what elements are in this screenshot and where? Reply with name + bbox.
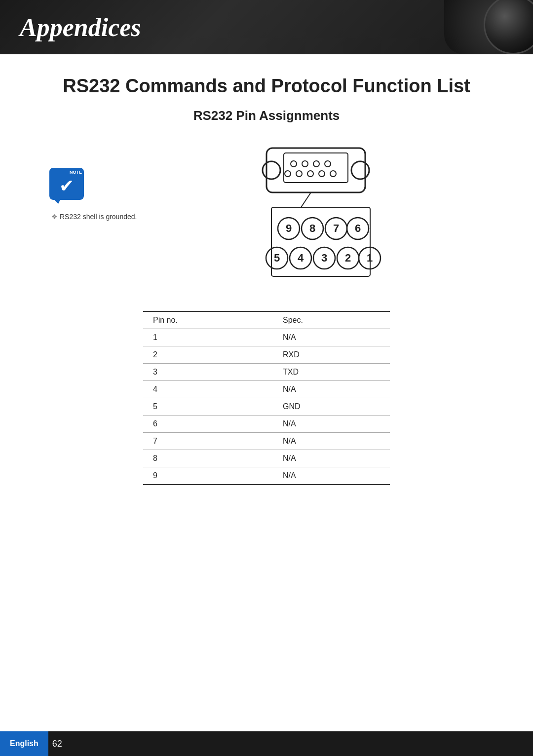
pin-spec-cell: RXD: [273, 346, 390, 364]
svg-point-11: [319, 171, 325, 177]
table-row: 4N/A: [143, 381, 390, 398]
svg-point-4: [291, 161, 297, 167]
svg-text:9: 9: [286, 222, 292, 234]
connector-diagram: 9 8 7 6 5 4 3: [138, 138, 494, 296]
pin-spec-cell: N/A: [273, 416, 390, 433]
page-title: RS232 Commands and Protocol Function Lis…: [39, 74, 494, 98]
svg-point-1: [263, 161, 280, 179]
svg-rect-0: [266, 148, 365, 192]
table-row: 6N/A: [143, 416, 390, 433]
header-decoration: [444, 0, 533, 54]
pin-spec-cell: N/A: [273, 329, 390, 346]
page-header: Appendices: [0, 0, 533, 54]
svg-rect-3: [284, 153, 348, 183]
connector-svg: 9 8 7 6 5 4 3: [232, 138, 400, 296]
svg-point-5: [302, 161, 308, 167]
pin-number-cell: 1: [143, 329, 273, 346]
pin-spec-cell: N/A: [273, 467, 390, 485]
pin-number-cell: 2: [143, 346, 273, 364]
svg-point-6: [313, 161, 319, 167]
checkmark-icon: ✔: [59, 176, 74, 196]
col-header-pin: Pin no.: [143, 311, 273, 329]
note-label: NOTE: [70, 170, 82, 175]
table-row: 5GND: [143, 398, 390, 416]
pin-number-cell: 5: [143, 398, 273, 416]
pin-spec-cell: N/A: [273, 381, 390, 398]
svg-point-8: [285, 171, 291, 177]
svg-text:1: 1: [367, 252, 373, 264]
main-content: RS232 Commands and Protocol Function Lis…: [0, 54, 533, 505]
table-row: 7N/A: [143, 433, 390, 450]
svg-point-10: [307, 171, 313, 177]
page-number: 62: [52, 739, 62, 749]
svg-text:5: 5: [274, 252, 280, 264]
col-header-spec: Spec.: [273, 311, 390, 329]
pin-spec-cell: N/A: [273, 433, 390, 450]
svg-text:7: 7: [333, 222, 339, 234]
svg-line-13: [301, 192, 311, 207]
pin-spec-cell: TXD: [273, 364, 390, 381]
pin-table-wrapper: Pin no. Spec. 1N/A2RXD3TXD4N/A5GND6N/A7N…: [39, 311, 494, 485]
svg-text:8: 8: [309, 222, 315, 234]
pin-number-cell: 3: [143, 364, 273, 381]
table-row: 3TXD: [143, 364, 390, 381]
table-row: 9N/A: [143, 467, 390, 485]
svg-text:6: 6: [355, 222, 361, 234]
page-footer: English 62: [0, 731, 533, 756]
pin-table: Pin no. Spec. 1N/A2RXD3TXD4N/A5GND6N/A7N…: [143, 311, 390, 485]
pin-number-cell: 9: [143, 467, 273, 485]
note-text: ❖RS232 shell is grounded.: [49, 213, 137, 221]
table-row: 8N/A: [143, 450, 390, 467]
pin-number-cell: 6: [143, 416, 273, 433]
header-title: Appendices: [20, 13, 141, 42]
language-label: English: [10, 739, 38, 748]
svg-text:2: 2: [345, 252, 351, 264]
footer-language: English: [0, 731, 48, 756]
svg-point-12: [330, 171, 336, 177]
pin-number-cell: 4: [143, 381, 273, 398]
pin-spec-cell: GND: [273, 398, 390, 416]
table-row: 1N/A: [143, 329, 390, 346]
svg-point-7: [325, 161, 331, 167]
svg-text:4: 4: [298, 252, 304, 264]
svg-point-9: [296, 171, 302, 177]
note-box: NOTE ✔ ❖RS232 shell is grounded.: [39, 138, 138, 296]
pin-number-cell: 7: [143, 433, 273, 450]
lens-graphic: [484, 0, 533, 54]
bullet-icon: ❖: [51, 213, 58, 221]
pin-number-cell: 8: [143, 450, 273, 467]
table-row: 2RXD: [143, 346, 390, 364]
svg-text:3: 3: [321, 252, 327, 264]
svg-point-2: [351, 161, 369, 179]
pin-spec-cell: N/A: [273, 450, 390, 467]
note-badge: NOTE ✔: [49, 168, 84, 200]
diagram-section: NOTE ✔ ❖RS232 shell is grounded.: [39, 138, 494, 296]
section-title: RS232 Pin Assignments: [39, 108, 494, 123]
